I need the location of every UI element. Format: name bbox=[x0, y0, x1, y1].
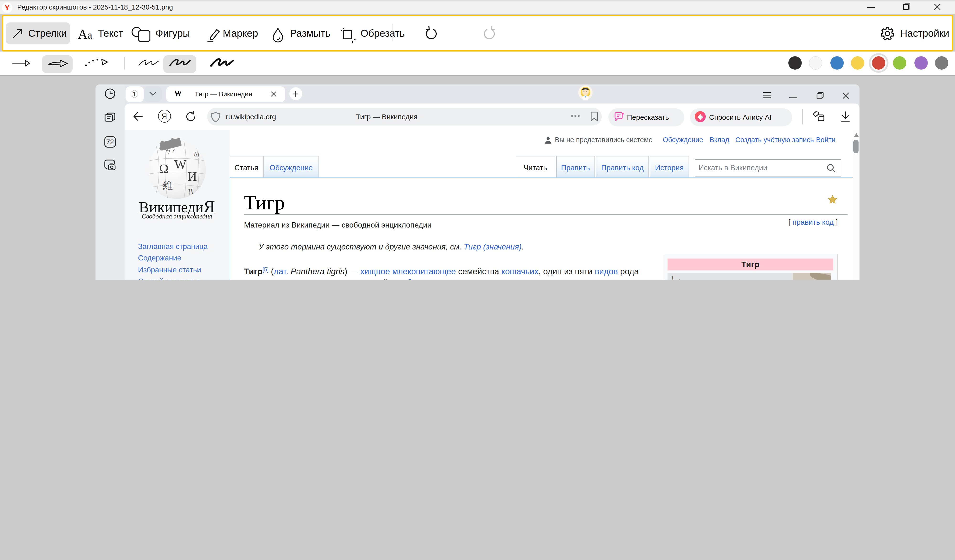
svg-text:Y: Y bbox=[5, 3, 9, 12]
svg-text:Ω: Ω bbox=[159, 161, 169, 176]
svg-text:W: W bbox=[174, 157, 186, 172]
svg-text:И: И bbox=[188, 169, 197, 183]
svg-text:A: A bbox=[78, 27, 88, 42]
svg-text:a: a bbox=[88, 29, 92, 41]
svg-text:72: 72 bbox=[106, 138, 114, 146]
svg-text:維: 維 bbox=[163, 179, 173, 191]
